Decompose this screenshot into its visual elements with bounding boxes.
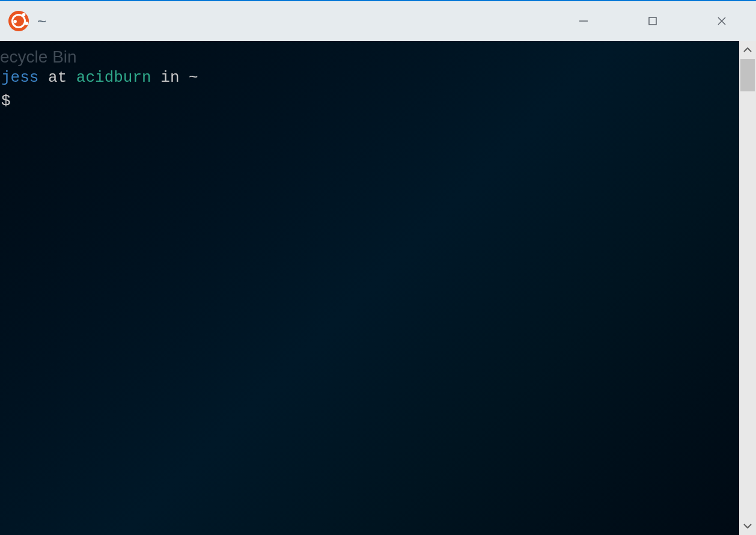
prompt-user: jess <box>1 69 38 87</box>
window-controls <box>549 1 756 41</box>
prompt-input-line: $ <box>0 90 739 113</box>
desktop-showthrough-text: ecycle Bin <box>0 44 77 70</box>
prompt-context-line: jess at acidburn in ~ <box>0 66 739 90</box>
minimize-button[interactable] <box>549 1 618 41</box>
terminal-container: ecycle Bin jess at acidburn in ~ $ <box>0 41 756 535</box>
chevron-down-icon <box>742 522 753 530</box>
window-titlebar: ~ <box>0 0 756 41</box>
maximize-icon <box>647 16 658 26</box>
prompt-symbol: $ <box>0 92 11 110</box>
prompt-in: in <box>151 69 189 87</box>
ubuntu-icon <box>8 11 29 31</box>
close-icon <box>716 16 727 26</box>
titlebar-left: ~ <box>8 11 46 31</box>
scroll-up-button[interactable] <box>739 41 756 59</box>
prompt-path: ~ <box>189 69 198 87</box>
terminal-body[interactable]: ecycle Bin jess at acidburn in ~ $ <box>0 41 739 535</box>
prompt-host: acidburn <box>76 69 151 87</box>
scroll-down-button[interactable] <box>739 517 756 535</box>
chevron-up-icon <box>742 46 753 54</box>
window-title: ~ <box>37 12 46 31</box>
scrollbar-thumb[interactable] <box>740 59 755 91</box>
close-button[interactable] <box>687 1 756 41</box>
svg-rect-1 <box>649 17 656 25</box>
maximize-button[interactable] <box>618 1 687 41</box>
prompt-at: at <box>38 69 76 87</box>
minimize-icon <box>578 16 589 26</box>
vertical-scrollbar[interactable] <box>739 41 756 535</box>
